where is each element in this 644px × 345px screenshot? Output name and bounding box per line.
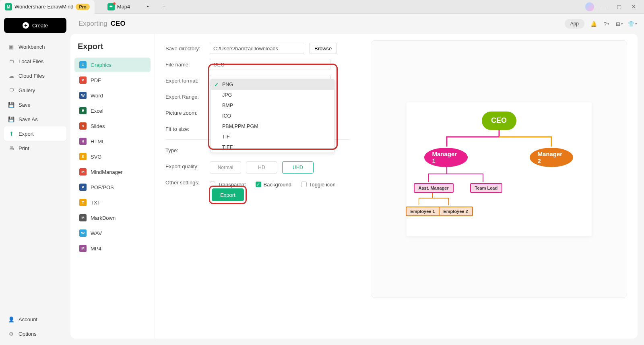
new-tab-button[interactable]: ＋	[159, 2, 169, 12]
file-name-label: File name:	[165, 62, 210, 68]
export-type-label: TXT	[91, 200, 101, 206]
breadcrumb-section: Exporting	[78, 20, 107, 28]
file-type-icon: H	[79, 138, 87, 145]
window-close[interactable]: ✕	[628, 1, 639, 12]
other-settings-label: Other settings:	[165, 180, 210, 186]
export-type-pdf[interactable]: PPDF	[74, 73, 151, 87]
export-type-mindmanager[interactable]: MMindManager	[74, 165, 151, 179]
help-icon[interactable]: ?	[603, 20, 610, 27]
nav-label: Cloud Files	[19, 73, 45, 79]
save-dir-label: Save directory:	[165, 45, 210, 52]
sidebar-item-print[interactable]: 🖶 Print	[4, 141, 66, 155]
sidebar-item-cloud-files[interactable]: ☁ Cloud Files	[4, 68, 66, 83]
export-type-excel[interactable]: EExcel	[74, 103, 151, 118]
dropdown-item-bmp[interactable]: BMP	[211, 100, 334, 111]
export-type-word[interactable]: WWord	[74, 88, 151, 103]
export-type-label: WAV	[91, 230, 102, 236]
bell-icon[interactable]: 🔔	[590, 20, 597, 27]
tab-modified-dot: •	[144, 4, 151, 10]
export-type-label: MP4	[91, 246, 101, 252]
export-type-label: MindManager	[91, 169, 123, 175]
window-maximize[interactable]: ▢	[613, 1, 625, 12]
quality-label: Export quality:	[165, 163, 210, 169]
nav-label: Export	[19, 131, 34, 137]
org-node-lead: Team Lead	[470, 183, 503, 193]
window-minimize[interactable]: —	[599, 1, 610, 12]
export-type-label: SVG	[91, 154, 101, 160]
plus-circle-icon: +	[23, 22, 29, 29]
sidebar-item-save[interactable]: 💾 Save	[4, 97, 66, 112]
export-type-html[interactable]: HHTML	[74, 134, 151, 149]
file-type-icon: S	[79, 122, 87, 130]
quality-normal[interactable]: Normal	[210, 161, 241, 174]
export-form: Save directory: Browse File name: Export…	[155, 34, 360, 339]
folder-icon: 🗀	[8, 58, 14, 64]
avatar[interactable]	[585, 2, 594, 11]
sidebar-item-save-as[interactable]: 💾 Save As	[4, 112, 66, 126]
file-type-icon: P	[79, 184, 87, 191]
dropdown-item-jpg[interactable]: JPG	[211, 90, 334, 100]
dropdown-item-png[interactable]: PNG	[211, 79, 334, 90]
sidebar-item-account[interactable]: 👤 Account	[4, 312, 66, 326]
export-icon: ⬆	[8, 130, 14, 137]
org-node-mgr1: Manager 1	[424, 148, 468, 167]
document-tab-map4[interactable]: ✦ Map4 •	[103, 0, 156, 14]
file-type-icon: T	[79, 199, 87, 206]
nav-label: Options	[19, 331, 37, 337]
export-title: Export	[74, 42, 151, 58]
export-type-slides[interactable]: SSlides	[74, 119, 151, 133]
file-type-icon: S	[79, 153, 87, 160]
apps-grid-icon[interactable]: ⊞	[616, 20, 623, 27]
sidebar-item-workbench[interactable]: ▣ Workbench	[4, 39, 66, 54]
sidebar-item-options[interactable]: ⚙ Options	[4, 326, 66, 341]
save-icon: 💾	[8, 101, 14, 108]
app-pill-button[interactable]: App	[565, 19, 584, 29]
app-tab-main[interactable]: M Wondershare EdrawMind Pro	[0, 0, 95, 14]
file-type-icon: G	[79, 61, 87, 68]
pro-badge: Pro	[76, 4, 89, 10]
shirt-icon[interactable]: 👕	[629, 20, 636, 27]
save-directory-input[interactable]	[210, 43, 304, 54]
create-button[interactable]: + Create	[4, 18, 66, 33]
export-type-label: Word	[91, 93, 103, 99]
checkbox-toggle-icon[interactable]: Toggle icon	[301, 182, 336, 188]
export-type-txt[interactable]: TTXT	[74, 195, 151, 210]
export-format-label: Export format:	[165, 78, 210, 84]
export-type-graphics[interactable]: GGraphics	[74, 58, 151, 72]
export-type-pof-pos[interactable]: PPOF/POS	[74, 180, 151, 194]
tab-label: Map4	[117, 4, 130, 10]
checkbox-background[interactable]: ✓ Background	[256, 182, 291, 188]
dropdown-item-ico[interactable]: ICO	[211, 111, 334, 121]
sidebar-item-gallery[interactable]: 🗨 Gallery	[4, 83, 66, 97]
nav-label: Print	[19, 145, 29, 151]
sidebar-item-export[interactable]: ⬆ Export	[4, 126, 66, 141]
dropdown-item-pbm-ppm-pgm[interactable]: PBM,PPM,PGM	[211, 121, 334, 132]
dropdown-item-tif[interactable]: TIF	[211, 132, 334, 142]
nav-label: Workbench	[19, 44, 45, 50]
print-icon: 🖶	[8, 145, 14, 151]
app-logo-icon: M	[5, 3, 12, 10]
quality-hd[interactable]: HD	[246, 161, 277, 174]
checkbox-box	[301, 182, 307, 187]
account-icon: 👤	[8, 316, 14, 322]
nav-label: Local Files	[19, 58, 43, 64]
export-type-wav[interactable]: WWAV	[74, 226, 151, 240]
export-type-label: Graphics	[91, 62, 111, 68]
export-type-markdown[interactable]: MMarkDown	[74, 211, 151, 225]
preview-frame: CEO Manager 1 Manager 2 Asst. Manager Te…	[371, 40, 627, 298]
export-type-mp4[interactable]: MMP4	[74, 241, 151, 256]
export-type-svg[interactable]: SSVG	[74, 149, 151, 164]
picture-zoom-label: Picture zoom:	[165, 110, 210, 116]
sidebar-item-local-files[interactable]: 🗀 Local Files	[4, 54, 66, 68]
export-type-label: MarkDown	[91, 215, 116, 221]
quality-uhd[interactable]: UHD	[282, 161, 314, 174]
gear-icon: ⚙	[8, 331, 14, 337]
type-label: Type:	[165, 147, 210, 153]
dropdown-item-tiff[interactable]: TIFF	[211, 142, 334, 153]
browse-button[interactable]: Browse	[309, 43, 337, 54]
app-name: Wondershare EdrawMind	[14, 4, 73, 10]
export-type-label: HTML	[91, 138, 105, 145]
file-type-icon: M	[79, 245, 87, 252]
export-button[interactable]: Export	[212, 188, 244, 201]
file-name-input[interactable]	[210, 59, 330, 70]
